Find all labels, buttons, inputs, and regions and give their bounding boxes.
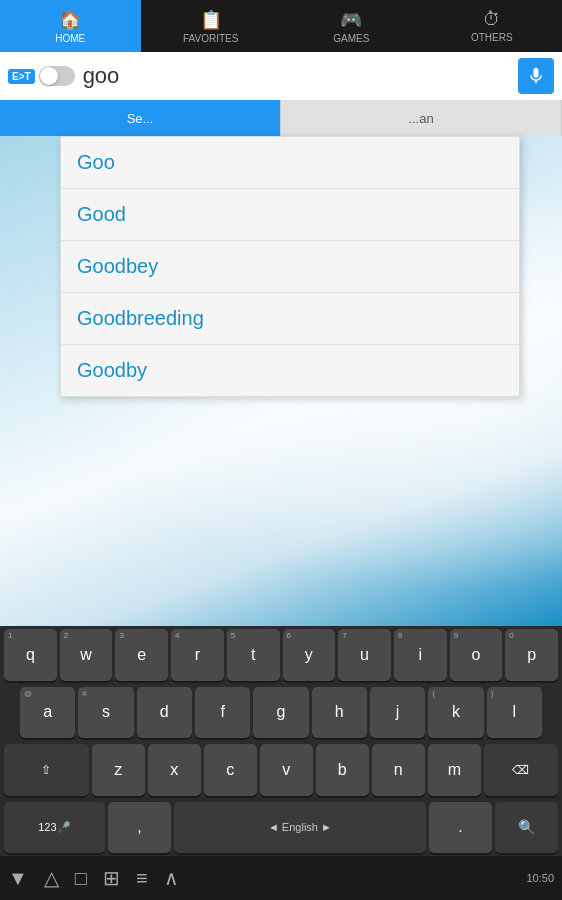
- nav-item-favorites[interactable]: 📋 FAVORITES: [141, 0, 282, 52]
- key-h[interactable]: h: [312, 687, 367, 739]
- autocomplete-dropdown: Goo Good Goodbey Goodbreeding Goodby: [60, 136, 520, 397]
- key-n[interactable]: n: [372, 744, 425, 796]
- autocomplete-item-good[interactable]: Good: [61, 189, 519, 241]
- bottom-action-bar: ▼ △ □ ⊞ ≡ ∧ 10:50: [0, 856, 562, 900]
- key-e[interactable]: 3e: [115, 629, 168, 681]
- key-q[interactable]: 1q: [4, 629, 57, 681]
- tab-translate-label: ...an: [408, 111, 433, 126]
- key-y[interactable]: 6y: [283, 629, 336, 681]
- nav-item-home[interactable]: 🏠 HOME: [0, 0, 141, 52]
- key-s[interactable]: #s: [78, 687, 133, 739]
- btn-menu[interactable]: ≡: [128, 859, 156, 898]
- nav-label-games: GAMES: [333, 33, 369, 44]
- key-m[interactable]: m: [428, 744, 481, 796]
- nav-item-games[interactable]: 🎮 GAMES: [281, 0, 422, 52]
- key-shift[interactable]: ⇧: [4, 744, 89, 796]
- key-z[interactable]: z: [92, 744, 145, 796]
- nav-label-others: OTHERS: [471, 32, 513, 43]
- keyboard-row-1: 1q 2w 3e 4r 5t 6y 7u 8i 9o 0p: [0, 626, 562, 684]
- key-j[interactable]: j: [370, 687, 425, 739]
- key-x[interactable]: x: [148, 744, 201, 796]
- key-space[interactable]: ◄ English ►: [174, 802, 426, 854]
- key-o[interactable]: 9o: [450, 629, 503, 681]
- key-v[interactable]: v: [260, 744, 313, 796]
- toggle-switch[interactable]: [39, 66, 75, 86]
- keyboard: 1q 2w 3e 4r 5t 6y 7u 8i 9o 0p @a #s d f …: [0, 626, 562, 856]
- tab-search-label: Se...: [127, 111, 154, 126]
- key-f[interactable]: f: [195, 687, 250, 739]
- btn-recents[interactable]: □: [67, 859, 95, 898]
- key-c[interactable]: c: [204, 744, 257, 796]
- key-a[interactable]: @a: [20, 687, 75, 739]
- keyboard-row-3: ⇧ z x c v b n m ⌫: [0, 741, 562, 799]
- tab-search[interactable]: Se...: [0, 100, 281, 136]
- lang-label: E>T: [8, 69, 35, 84]
- key-comma[interactable]: ,: [108, 802, 171, 854]
- status-time: 10:50: [526, 872, 562, 884]
- top-navigation: 🏠 HOME 📋 FAVORITES 🎮 GAMES ⏱ OTHERS: [0, 0, 562, 52]
- home-icon: 🏠: [59, 9, 81, 31]
- key-backspace[interactable]: ⌫: [484, 744, 558, 796]
- key-l[interactable]: )l: [487, 687, 542, 739]
- keyboard-row-2: @a #s d f g h j (k )l: [0, 684, 562, 742]
- key-t[interactable]: 5t: [227, 629, 280, 681]
- key-b[interactable]: b: [316, 744, 369, 796]
- key-d[interactable]: d: [137, 687, 192, 739]
- key-search[interactable]: 🔍: [495, 802, 558, 854]
- games-icon: 🎮: [340, 9, 362, 31]
- key-r[interactable]: 4r: [171, 629, 224, 681]
- btn-qr[interactable]: ⊞: [95, 858, 128, 898]
- btn-home[interactable]: △: [36, 858, 67, 898]
- search-input[interactable]: [83, 63, 514, 89]
- key-u[interactable]: 7u: [338, 629, 391, 681]
- btn-back[interactable]: ▼: [0, 859, 36, 898]
- others-icon: ⏱: [483, 9, 501, 30]
- favorites-icon: 📋: [200, 9, 222, 31]
- tab-translate[interactable]: ...an: [281, 100, 562, 136]
- autocomplete-item-goodbreeding[interactable]: Goodbreeding: [61, 293, 519, 345]
- tab-row: Se... ...an: [0, 100, 562, 136]
- key-numbers[interactable]: 123🎤: [4, 802, 105, 854]
- key-g[interactable]: g: [253, 687, 308, 739]
- microphone-icon: [526, 66, 546, 86]
- nav-item-others[interactable]: ⏱ OTHERS: [422, 0, 563, 52]
- content-wrapper: Goo Good Goodbey Goodbreeding Goodby: [0, 136, 562, 626]
- key-w[interactable]: 2w: [60, 629, 113, 681]
- microphone-button[interactable]: [518, 58, 554, 94]
- key-period[interactable]: .: [429, 802, 492, 854]
- btn-up[interactable]: ∧: [156, 858, 187, 898]
- key-p[interactable]: 0p: [505, 629, 558, 681]
- key-k[interactable]: (k: [428, 687, 483, 739]
- nav-label-favorites: FAVORITES: [183, 33, 238, 44]
- key-i[interactable]: 8i: [394, 629, 447, 681]
- language-label: ◄ English ►: [268, 821, 332, 833]
- autocomplete-item-goodby[interactable]: Goodby: [61, 345, 519, 396]
- search-bar: E>T: [0, 52, 562, 100]
- autocomplete-item-goo[interactable]: Goo: [61, 137, 519, 189]
- autocomplete-item-goodbey[interactable]: Goodbey: [61, 241, 519, 293]
- keyboard-row-4: 123🎤 , ◄ English ► . 🔍: [0, 799, 562, 857]
- nav-label-home: HOME: [55, 33, 85, 44]
- language-toggle[interactable]: E>T: [8, 66, 75, 86]
